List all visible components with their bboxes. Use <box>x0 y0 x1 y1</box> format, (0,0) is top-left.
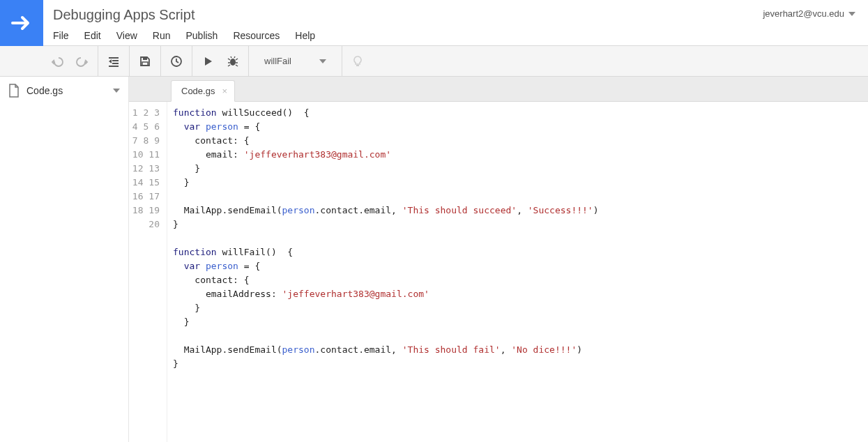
close-icon[interactable]: × <box>222 86 227 96</box>
svg-rect-8 <box>356 65 359 66</box>
hint-button[interactable] <box>349 53 366 70</box>
svg-rect-5 <box>142 62 148 66</box>
file-icon <box>8 84 20 98</box>
arrow-right-icon <box>10 11 33 35</box>
menu-edit[interactable]: Edit <box>84 30 101 41</box>
save-button[interactable] <box>137 53 153 70</box>
menu-publish[interactable]: Publish <box>185 30 218 41</box>
tab-bar: Code.gs × <box>129 77 868 102</box>
user-account-menu[interactable]: jeverhart2@vcu.edu <box>763 8 855 19</box>
svg-rect-0 <box>109 57 119 59</box>
undo-button[interactable] <box>49 53 66 70</box>
tab-label: Code.gs <box>181 86 215 96</box>
svg-rect-4 <box>143 57 147 60</box>
menu-view[interactable]: View <box>116 30 137 41</box>
sidebar-file-label: Code.gs <box>26 85 63 96</box>
editor-tab[interactable]: Code.gs × <box>171 80 235 102</box>
line-gutter: 1 2 3 4 5 6 7 8 9 10 11 12 13 14 15 16 1… <box>129 102 167 442</box>
chevron-down-icon <box>848 12 855 16</box>
menu-bar: File Edit View Run Publish Resources Hel… <box>53 30 868 41</box>
app-logo <box>0 0 43 46</box>
function-selector[interactable]: willFail <box>256 56 335 66</box>
svg-rect-1 <box>112 60 119 61</box>
undo-icon <box>51 55 63 68</box>
save-icon <box>139 55 151 68</box>
file-sidebar: Code.gs <box>0 77 129 442</box>
indent-icon <box>107 55 120 68</box>
code-editor[interactable]: 1 2 3 4 5 6 7 8 9 10 11 12 13 14 15 16 1… <box>129 102 868 442</box>
svg-rect-2 <box>112 63 119 64</box>
indent-button[interactable] <box>105 53 122 70</box>
play-icon <box>202 56 213 67</box>
lightbulb-icon <box>351 55 364 68</box>
svg-rect-3 <box>109 66 119 67</box>
project-title[interactable]: Debugging Apps Script <box>53 7 868 23</box>
clock-icon <box>169 54 183 68</box>
debug-button[interactable] <box>224 53 241 70</box>
bug-icon <box>227 55 239 68</box>
sidebar-file-item[interactable]: Code.gs <box>0 77 128 105</box>
chevron-down-icon[interactable] <box>113 89 120 93</box>
user-email: jeverhart2@vcu.edu <box>763 8 844 19</box>
code-content[interactable]: function willSucceed() { var person = { … <box>167 102 868 442</box>
menu-run[interactable]: Run <box>153 30 171 41</box>
redo-button[interactable] <box>74 53 91 70</box>
triggers-button[interactable] <box>168 53 185 70</box>
chevron-down-icon <box>319 59 326 63</box>
header: Debugging Apps Script File Edit View Run… <box>0 0 868 46</box>
menu-help[interactable]: Help <box>295 30 315 41</box>
menu-resources[interactable]: Resources <box>233 30 280 41</box>
editor-area: Code.gs × 1 2 3 4 5 6 7 8 9 10 11 12 13 … <box>129 77 868 442</box>
function-selected-label: willFail <box>264 56 291 66</box>
redo-icon <box>76 55 89 68</box>
run-button[interactable] <box>199 53 216 70</box>
menu-file[interactable]: File <box>53 30 69 41</box>
svg-point-7 <box>230 59 236 66</box>
toolbar: willFail <box>0 46 868 77</box>
